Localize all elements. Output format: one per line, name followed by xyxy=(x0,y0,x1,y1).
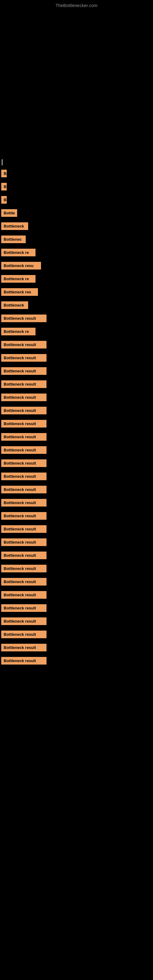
bars-container: BBBBottleBottleneckBottlenecBottleneck r… xyxy=(0,167,153,667)
result-bar-29[interactable]: Bottleneck result xyxy=(1,538,46,546)
result-row-37: Bottleneck result xyxy=(0,641,153,654)
result-bar-25[interactable]: Bottleneck result xyxy=(1,486,46,493)
result-bar-17[interactable]: Bottleneck result xyxy=(1,380,46,388)
result-row-20: Bottleneck result xyxy=(0,417,153,430)
result-bar-19[interactable]: Bottleneck result xyxy=(1,407,46,414)
result-bar-32[interactable]: Bottleneck result xyxy=(1,578,46,585)
result-row-32: Bottleneck result xyxy=(0,575,153,588)
result-bar-21[interactable]: Bottleneck result xyxy=(1,433,46,441)
result-row-7: Bottleneck re xyxy=(0,246,153,259)
result-row-13: Bottleneck re xyxy=(0,325,153,338)
result-bar-35[interactable]: Bottleneck result xyxy=(1,617,46,625)
result-row-16: Bottleneck result xyxy=(0,364,153,377)
result-bar-23[interactable]: Bottleneck result xyxy=(1,460,46,467)
result-bar-2[interactable]: B xyxy=(1,183,7,191)
result-row-3: B xyxy=(0,193,153,206)
result-row-19: Bottleneck result xyxy=(0,404,153,417)
result-bar-28[interactable]: Bottleneck result xyxy=(1,525,46,533)
result-bar-22[interactable]: Bottleneck result xyxy=(1,446,46,454)
result-row-9: Bottleneck re xyxy=(0,272,153,285)
result-bar-37[interactable]: Bottleneck result xyxy=(1,644,46,651)
result-bar-38[interactable]: Bottleneck result xyxy=(1,657,46,665)
result-bar-6[interactable]: Bottlenec xyxy=(1,235,26,243)
top-black-area xyxy=(0,10,153,157)
result-row-27: Bottleneck result xyxy=(0,509,153,522)
result-row-1: B xyxy=(0,167,153,180)
result-row-33: Bottleneck result xyxy=(0,588,153,601)
result-bar-3[interactable]: B xyxy=(1,196,7,204)
result-bar-33[interactable]: Bottleneck result xyxy=(1,591,46,599)
result-row-4: Bottle xyxy=(0,206,153,219)
result-row-23: Bottleneck result xyxy=(0,456,153,469)
result-bar-27[interactable]: Bottleneck result xyxy=(1,512,46,520)
result-row-31: Bottleneck result xyxy=(0,562,153,575)
result-bar-30[interactable]: Bottleneck result xyxy=(1,552,46,559)
cursor-icon xyxy=(2,159,2,165)
result-bar-1[interactable]: B xyxy=(1,170,7,177)
page-container: TheBottlenecker.com BBBBottleBottleneckB… xyxy=(0,0,153,980)
result-bar-13[interactable]: Bottleneck re xyxy=(1,328,35,335)
result-bar-4[interactable]: Bottle xyxy=(1,209,17,217)
result-row-38: Bottleneck result xyxy=(0,654,153,667)
result-bar-31[interactable]: Bottleneck result xyxy=(1,565,46,573)
input-cursor-row xyxy=(0,157,153,167)
result-bar-9[interactable]: Bottleneck re xyxy=(1,275,35,283)
result-row-18: Bottleneck result xyxy=(0,390,153,404)
result-row-36: Bottleneck result xyxy=(0,627,153,641)
result-row-17: Bottleneck result xyxy=(0,377,153,390)
result-row-5: Bottleneck xyxy=(0,219,153,232)
result-row-8: Bottleneck resu xyxy=(0,259,153,272)
result-row-28: Bottleneck result xyxy=(0,522,153,535)
result-row-35: Bottleneck result xyxy=(0,614,153,627)
result-bar-24[interactable]: Bottleneck result xyxy=(1,473,46,480)
result-bar-7[interactable]: Bottleneck re xyxy=(1,249,35,256)
result-row-34: Bottleneck result xyxy=(0,601,153,614)
result-bar-12[interactable]: Bottleneck result xyxy=(1,315,46,322)
result-bar-15[interactable]: Bottleneck result xyxy=(1,354,46,362)
result-bar-8[interactable]: Bottleneck resu xyxy=(1,262,41,269)
result-bar-34[interactable]: Bottleneck result xyxy=(1,604,46,612)
result-bar-26[interactable]: Bottleneck result xyxy=(1,499,46,506)
result-row-30: Bottleneck result xyxy=(0,549,153,562)
result-row-21: Bottleneck result xyxy=(0,430,153,443)
result-row-14: Bottleneck result xyxy=(0,338,153,351)
result-row-26: Bottleneck result xyxy=(0,496,153,509)
result-bar-36[interactable]: Bottleneck result xyxy=(1,630,46,638)
result-row-22: Bottleneck result xyxy=(0,443,153,456)
site-title: TheBottlenecker.com xyxy=(0,0,153,10)
result-row-2: B xyxy=(0,180,153,193)
result-row-25: Bottleneck result xyxy=(0,483,153,496)
result-row-15: Bottleneck result xyxy=(0,351,153,364)
result-row-11: Bottleneck xyxy=(0,298,153,312)
result-bar-11[interactable]: Bottleneck xyxy=(1,301,28,309)
result-row-24: Bottleneck result xyxy=(0,469,153,483)
result-bar-16[interactable]: Bottleneck result xyxy=(1,367,46,375)
result-row-10: Bottleneck res xyxy=(0,285,153,298)
result-bar-5[interactable]: Bottleneck xyxy=(1,222,28,230)
result-row-12: Bottleneck result xyxy=(0,312,153,325)
result-bar-14[interactable]: Bottleneck result xyxy=(1,341,46,348)
result-bar-10[interactable]: Bottleneck res xyxy=(1,288,38,296)
result-bar-18[interactable]: Bottleneck result xyxy=(1,393,46,401)
result-row-29: Bottleneck result xyxy=(0,535,153,549)
result-bar-20[interactable]: Bottleneck result xyxy=(1,420,46,428)
result-row-6: Bottlenec xyxy=(0,232,153,246)
